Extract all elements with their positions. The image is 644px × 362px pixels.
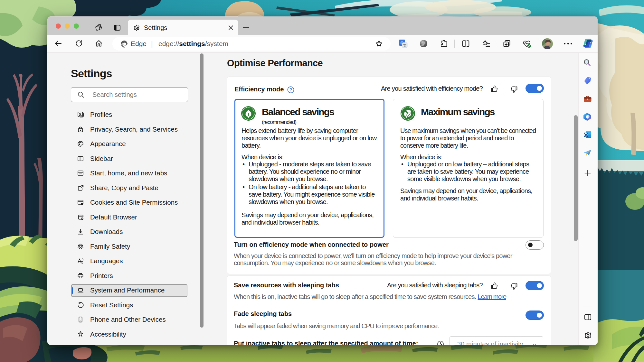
svg-text:文: 文 bbox=[403, 43, 407, 47]
svg-text:?: ? bbox=[289, 87, 292, 92]
